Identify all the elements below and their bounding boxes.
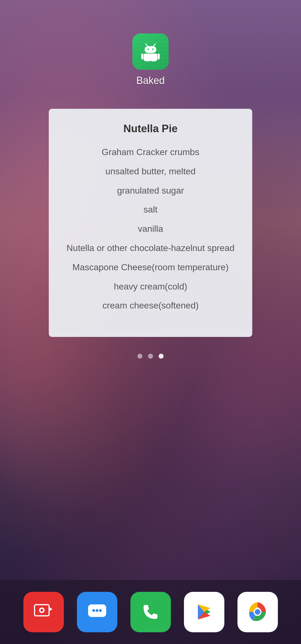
ingredient-item: Nutella or other chocolate-hazelnut spre…: [65, 239, 236, 257]
pagination-dots: [137, 354, 164, 359]
ingredient-item: heavy cream(cold): [65, 278, 236, 296]
screen-recorder-icon: [32, 601, 55, 623]
ingredient-item: cream cheese(softened): [65, 296, 236, 315]
svg-rect-6: [141, 54, 143, 59]
svg-line-1: [154, 44, 156, 46]
recipe-card: Nutella Pie Graham Cracker crumbsunsalte…: [49, 109, 252, 337]
chrome-icon: [245, 599, 270, 624]
ingredient-list: Graham Cracker crumbsunsalted butter, me…: [65, 143, 236, 315]
svg-rect-5: [144, 54, 157, 61]
ingredient-item: granulated sugar: [65, 182, 236, 200]
svg-point-16: [96, 609, 98, 612]
svg-rect-9: [152, 61, 156, 61]
svg-rect-7: [158, 54, 160, 59]
dock-screen-recorder[interactable]: [23, 592, 64, 632]
svg-rect-2: [145, 46, 156, 53]
pagination-dot-2[interactable]: [148, 354, 153, 359]
dock: [0, 580, 301, 644]
play-store-icon: [192, 600, 216, 624]
dock-messages[interactable]: [77, 592, 117, 632]
app-label: Baked: [136, 75, 165, 86]
messages-icon: [85, 600, 109, 624]
pagination-dot-1[interactable]: [137, 354, 142, 359]
ingredient-item: Mascapone Cheese(room temperature): [65, 258, 236, 276]
phone-icon: [139, 601, 162, 623]
dock-chrome[interactable]: [237, 592, 278, 632]
ingredient-item: Graham Cracker crumbs: [65, 143, 236, 161]
app-icon-area: Baked: [132, 33, 169, 86]
baked-app-icon[interactable]: [132, 33, 169, 70]
svg-marker-13: [49, 607, 52, 611]
ingredient-item: vanilla: [65, 220, 236, 238]
ingredient-item: unsalted butter, melted: [65, 162, 236, 180]
recipe-title: Nutella Pie: [65, 123, 236, 135]
svg-point-15: [92, 609, 95, 612]
screen-content: Baked Nutella Pie Graham Cracker crumbsu…: [0, 0, 301, 644]
dock-phone[interactable]: [130, 592, 171, 632]
svg-point-3: [147, 49, 149, 50]
svg-point-17: [99, 609, 102, 612]
ingredient-item: salt: [65, 201, 236, 219]
svg-line-0: [146, 44, 148, 46]
svg-point-25: [255, 609, 260, 615]
svg-point-4: [152, 49, 154, 50]
android-robot-icon: [141, 42, 160, 61]
svg-point-12: [40, 609, 43, 612]
pagination-dot-3[interactable]: [159, 354, 164, 359]
dock-play-store[interactable]: [184, 592, 224, 632]
svg-rect-8: [146, 61, 149, 61]
